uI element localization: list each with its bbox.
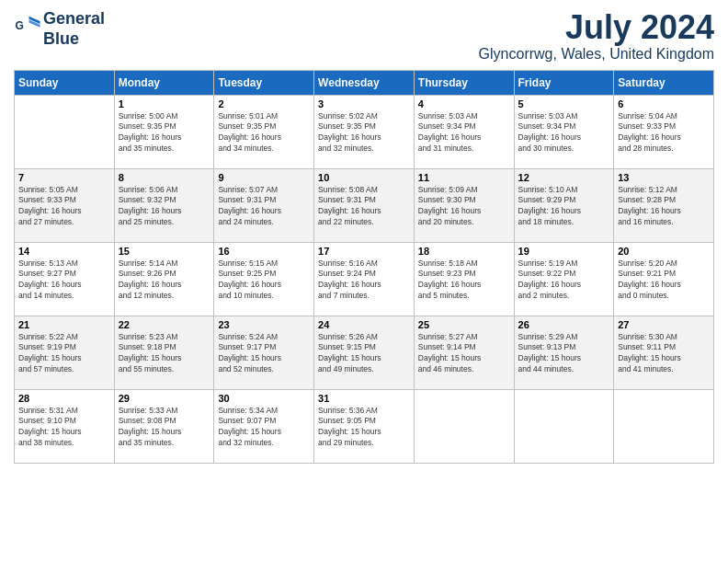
header-cell-wednesday: Wednesday [314,70,415,95]
day-cell: 28Sunrise: 5:31 AM Sunset: 9:10 PM Dayli… [15,389,115,463]
day-number: 30 [218,393,310,404]
logo-line1: General [43,9,105,29]
calendar-title: July 2024 [479,9,714,46]
day-cell: 7Sunrise: 5:05 AM Sunset: 9:33 PM Daylig… [15,168,115,242]
day-info: Sunrise: 5:34 AM Sunset: 9:07 PM Dayligh… [218,406,310,450]
day-number: 26 [518,319,610,330]
day-number: 28 [18,393,110,404]
day-cell: 30Sunrise: 5:34 AM Sunset: 9:07 PM Dayli… [214,389,314,463]
header-row: SundayMondayTuesdayWednesdayThursdayFrid… [15,70,714,95]
header-cell-monday: Monday [114,70,214,95]
week-row-2: 7Sunrise: 5:05 AM Sunset: 9:33 PM Daylig… [15,168,714,242]
day-info: Sunrise: 5:36 AM Sunset: 9:05 PM Dayligh… [318,406,410,450]
day-info: Sunrise: 5:24 AM Sunset: 9:17 PM Dayligh… [218,332,310,376]
header-cell-saturday: Saturday [614,70,714,95]
day-number: 27 [618,319,710,330]
day-info: Sunrise: 5:05 AM Sunset: 9:33 PM Dayligh… [18,185,110,229]
logo-text: General Blue [43,9,105,49]
day-cell: 2Sunrise: 5:01 AM Sunset: 9:35 PM Daylig… [214,95,314,168]
day-cell: 11Sunrise: 5:09 AM Sunset: 9:30 PM Dayli… [414,168,514,242]
page-container: G General Blue July 2024 Glyncorrwg, Wal… [0,0,728,473]
header-cell-sunday: Sunday [15,70,115,95]
day-number: 2 [218,98,310,109]
day-number: 3 [318,98,410,109]
day-info: Sunrise: 5:14 AM Sunset: 9:26 PM Dayligh… [119,259,210,303]
day-number: 19 [518,246,610,257]
day-info: Sunrise: 5:12 AM Sunset: 9:28 PM Dayligh… [618,185,710,229]
day-info: Sunrise: 5:31 AM Sunset: 9:10 PM Dayligh… [18,406,110,450]
day-info: Sunrise: 5:18 AM Sunset: 9:23 PM Dayligh… [418,259,510,303]
day-info: Sunrise: 5:13 AM Sunset: 9:27 PM Dayligh… [18,259,110,303]
header-cell-friday: Friday [514,70,614,95]
day-cell: 6Sunrise: 5:04 AM Sunset: 9:33 PM Daylig… [614,95,714,168]
day-number: 10 [318,172,410,183]
header: G General Blue July 2024 Glyncorrwg, Wal… [14,9,714,63]
day-number: 22 [119,319,210,330]
day-number: 20 [618,246,710,257]
header-cell-thursday: Thursday [414,70,514,95]
day-cell: 3Sunrise: 5:02 AM Sunset: 9:35 PM Daylig… [314,95,415,168]
day-info: Sunrise: 5:16 AM Sunset: 9:24 PM Dayligh… [318,259,410,303]
day-cell: 9Sunrise: 5:07 AM Sunset: 9:31 PM Daylig… [214,168,314,242]
day-info: Sunrise: 5:06 AM Sunset: 9:32 PM Dayligh… [119,185,210,229]
day-cell: 15Sunrise: 5:14 AM Sunset: 9:26 PM Dayli… [114,242,214,316]
calendar-body: 1Sunrise: 5:00 AM Sunset: 9:35 PM Daylig… [15,95,714,463]
day-number: 31 [318,393,410,404]
day-info: Sunrise: 5:20 AM Sunset: 9:21 PM Dayligh… [618,259,710,303]
day-cell: 13Sunrise: 5:12 AM Sunset: 9:28 PM Dayli… [614,168,714,242]
day-number: 8 [119,172,210,183]
day-cell: 26Sunrise: 5:29 AM Sunset: 9:13 PM Dayli… [514,316,614,389]
day-info: Sunrise: 5:29 AM Sunset: 9:13 PM Dayligh… [518,332,610,376]
day-cell: 25Sunrise: 5:27 AM Sunset: 9:14 PM Dayli… [414,316,514,389]
day-info: Sunrise: 5:09 AM Sunset: 9:30 PM Dayligh… [418,185,510,229]
day-info: Sunrise: 5:23 AM Sunset: 9:18 PM Dayligh… [119,332,210,376]
day-number: 18 [418,246,510,257]
logo-line2: Blue [43,29,105,50]
day-info: Sunrise: 5:03 AM Sunset: 9:34 PM Dayligh… [518,111,610,155]
day-cell: 29Sunrise: 5:33 AM Sunset: 9:08 PM Dayli… [114,389,214,463]
day-number: 17 [318,246,410,257]
day-cell: 14Sunrise: 5:13 AM Sunset: 9:27 PM Dayli… [15,242,115,316]
day-info: Sunrise: 5:27 AM Sunset: 9:14 PM Dayligh… [418,332,510,376]
day-info: Sunrise: 5:22 AM Sunset: 9:19 PM Dayligh… [18,332,110,376]
day-cell: 22Sunrise: 5:23 AM Sunset: 9:18 PM Dayli… [114,316,214,389]
svg-text:G: G [16,19,24,32]
day-number: 24 [318,319,410,330]
day-info: Sunrise: 5:08 AM Sunset: 9:31 PM Dayligh… [318,185,410,229]
day-info: Sunrise: 5:07 AM Sunset: 9:31 PM Dayligh… [218,185,310,229]
day-number: 1 [119,98,210,109]
day-info: Sunrise: 5:19 AM Sunset: 9:22 PM Dayligh… [518,259,610,303]
day-cell: 5Sunrise: 5:03 AM Sunset: 9:34 PM Daylig… [514,95,614,168]
day-info: Sunrise: 5:33 AM Sunset: 9:08 PM Dayligh… [119,406,210,450]
day-number: 13 [618,172,710,183]
week-row-5: 28Sunrise: 5:31 AM Sunset: 9:10 PM Dayli… [15,389,714,463]
day-cell: 31Sunrise: 5:36 AM Sunset: 9:05 PM Dayli… [314,389,415,463]
day-info: Sunrise: 5:04 AM Sunset: 9:33 PM Dayligh… [618,111,710,155]
day-number: 9 [218,172,310,183]
day-cell: 24Sunrise: 5:26 AM Sunset: 9:15 PM Dayli… [314,316,415,389]
day-info: Sunrise: 5:10 AM Sunset: 9:29 PM Dayligh… [518,185,610,229]
day-number: 12 [518,172,610,183]
day-number: 21 [18,319,110,330]
day-info: Sunrise: 5:26 AM Sunset: 9:15 PM Dayligh… [318,332,410,376]
day-number: 11 [418,172,510,183]
day-info: Sunrise: 5:30 AM Sunset: 9:11 PM Dayligh… [618,332,710,376]
day-cell: 8Sunrise: 5:06 AM Sunset: 9:32 PM Daylig… [114,168,214,242]
week-row-1: 1Sunrise: 5:00 AM Sunset: 9:35 PM Daylig… [15,95,714,168]
day-cell: 12Sunrise: 5:10 AM Sunset: 9:29 PM Dayli… [514,168,614,242]
day-cell: 27Sunrise: 5:30 AM Sunset: 9:11 PM Dayli… [614,316,714,389]
day-number: 5 [518,98,610,109]
calendar-header: SundayMondayTuesdayWednesdayThursdayFrid… [15,70,714,95]
week-row-4: 21Sunrise: 5:22 AM Sunset: 9:19 PM Dayli… [15,316,714,389]
day-cell [514,389,614,463]
day-cell: 10Sunrise: 5:08 AM Sunset: 9:31 PM Dayli… [314,168,415,242]
day-cell [414,389,514,463]
logo-icon: G [14,16,41,43]
day-number: 15 [119,246,210,257]
day-cell: 1Sunrise: 5:00 AM Sunset: 9:35 PM Daylig… [114,95,214,168]
day-number: 25 [418,319,510,330]
logo: G General Blue [14,9,105,49]
day-info: Sunrise: 5:02 AM Sunset: 9:35 PM Dayligh… [318,111,410,155]
day-cell [15,95,115,168]
day-number: 23 [218,319,310,330]
